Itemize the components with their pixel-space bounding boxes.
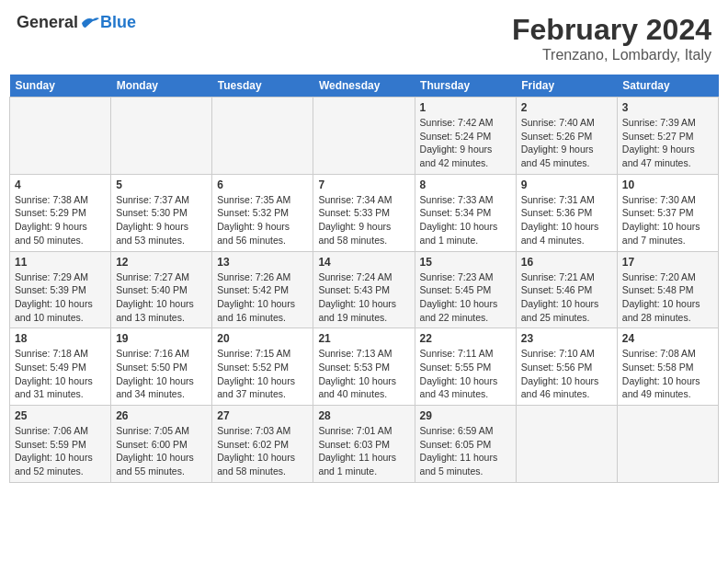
logo-blue-text: Blue: [100, 13, 136, 32]
calendar-cell: 21Sunrise: 7:13 AMSunset: 5:53 PMDayligh…: [313, 328, 415, 406]
day-number: 19: [116, 332, 207, 345]
day-info: Sunrise: 7:13 AMSunset: 5:53 PMDaylight:…: [318, 347, 409, 401]
day-info: Sunrise: 7:15 AMSunset: 5:52 PMDaylight:…: [217, 347, 308, 401]
day-number: 7: [318, 178, 409, 191]
day-number: 10: [622, 178, 713, 191]
week-row-2: 4Sunrise: 7:38 AMSunset: 5:29 PMDaylight…: [10, 174, 719, 251]
day-info: Sunrise: 7:10 AMSunset: 5:56 PMDaylight:…: [521, 347, 612, 401]
calendar-cell: 28Sunrise: 7:01 AMSunset: 6:03 PMDayligh…: [313, 406, 415, 483]
month-title: February 2024: [512, 13, 711, 47]
weekday-header-sunday: Sunday: [10, 75, 111, 98]
logo: General Blue: [17, 13, 136, 32]
day-number: 15: [420, 256, 511, 269]
day-info: Sunrise: 7:26 AMSunset: 5:42 PMDaylight:…: [217, 270, 308, 325]
calendar-cell: 12Sunrise: 7:27 AMSunset: 5:40 PMDayligh…: [111, 251, 212, 328]
day-info: Sunrise: 7:03 AMSunset: 6:02 PMDaylight:…: [217, 424, 308, 478]
calendar-cell: 26Sunrise: 7:05 AMSunset: 6:00 PMDayligh…: [111, 406, 212, 483]
day-number: 21: [318, 332, 409, 345]
calendar-cell: 18Sunrise: 7:18 AMSunset: 5:49 PMDayligh…: [10, 328, 111, 406]
day-info: Sunrise: 7:29 AMSunset: 5:39 PMDaylight:…: [15, 270, 106, 325]
day-number: 14: [318, 256, 409, 269]
day-number: 24: [622, 332, 713, 345]
week-row-4: 18Sunrise: 7:18 AMSunset: 5:49 PMDayligh…: [10, 328, 719, 406]
calendar-table: SundayMondayTuesdayWednesdayThursdayFrid…: [9, 75, 719, 483]
calendar-cell: 13Sunrise: 7:26 AMSunset: 5:42 PMDayligh…: [212, 251, 313, 328]
day-info: Sunrise: 7:42 AMSunset: 5:24 PMDaylight:…: [420, 116, 511, 170]
calendar-cell: [212, 98, 313, 175]
day-info: Sunrise: 7:39 AMSunset: 5:27 PMDaylight:…: [622, 116, 713, 170]
day-number: 8: [420, 178, 511, 191]
calendar-cell: 2Sunrise: 7:40 AMSunset: 5:26 PMDaylight…: [516, 98, 617, 175]
day-number: 22: [420, 332, 511, 345]
day-info: Sunrise: 7:20 AMSunset: 5:48 PMDaylight:…: [622, 270, 713, 325]
day-info: Sunrise: 7:31 AMSunset: 5:36 PMDaylight:…: [521, 193, 612, 247]
weekday-header-monday: Monday: [111, 75, 212, 98]
calendar-cell: 16Sunrise: 7:21 AMSunset: 5:46 PMDayligh…: [516, 251, 617, 328]
weekday-header-friday: Friday: [516, 75, 617, 98]
title-area: February 2024 Trenzano, Lombardy, Italy: [512, 13, 711, 63]
day-info: Sunrise: 7:33 AMSunset: 5:34 PMDaylight:…: [420, 193, 511, 247]
calendar-cell: [516, 406, 617, 483]
calendar-cell: 17Sunrise: 7:20 AMSunset: 5:48 PMDayligh…: [617, 251, 718, 328]
day-number: 27: [217, 409, 308, 422]
day-number: 28: [318, 409, 409, 422]
weekday-header-thursday: Thursday: [415, 75, 516, 98]
day-number: 25: [15, 409, 106, 422]
day-number: 9: [521, 178, 612, 191]
day-info: Sunrise: 7:21 AMSunset: 5:46 PMDaylight:…: [521, 270, 612, 325]
calendar-cell: 25Sunrise: 7:06 AMSunset: 5:59 PMDayligh…: [10, 406, 111, 483]
day-info: Sunrise: 7:18 AMSunset: 5:49 PMDaylight:…: [15, 347, 106, 401]
calendar-cell: [111, 98, 212, 175]
day-number: 16: [521, 256, 612, 269]
day-number: 2: [521, 101, 612, 114]
calendar-cell: 22Sunrise: 7:11 AMSunset: 5:55 PMDayligh…: [415, 328, 516, 406]
calendar-cell: 20Sunrise: 7:15 AMSunset: 5:52 PMDayligh…: [212, 328, 313, 406]
logo-general-text: General: [17, 13, 78, 32]
day-info: Sunrise: 7:23 AMSunset: 5:45 PMDaylight:…: [420, 270, 511, 325]
day-info: Sunrise: 7:37 AMSunset: 5:30 PMDaylight:…: [116, 193, 207, 247]
day-number: 6: [217, 178, 308, 191]
day-number: 12: [116, 256, 207, 269]
weekday-header-saturday: Saturday: [617, 75, 718, 98]
day-number: 5: [116, 178, 207, 191]
day-info: Sunrise: 7:38 AMSunset: 5:29 PMDaylight:…: [15, 193, 106, 247]
day-info: Sunrise: 7:08 AMSunset: 5:58 PMDaylight:…: [622, 347, 713, 401]
day-info: Sunrise: 7:35 AMSunset: 5:32 PMDaylight:…: [217, 193, 308, 247]
calendar-cell: 14Sunrise: 7:24 AMSunset: 5:43 PMDayligh…: [313, 251, 415, 328]
calendar-cell: 7Sunrise: 7:34 AMSunset: 5:33 PMDaylight…: [313, 174, 415, 251]
day-number: 13: [217, 256, 308, 269]
calendar-cell: [617, 406, 718, 483]
location-title: Trenzano, Lombardy, Italy: [512, 47, 711, 63]
calendar-cell: 4Sunrise: 7:38 AMSunset: 5:29 PMDaylight…: [10, 174, 111, 251]
calendar-cell: 29Sunrise: 6:59 AMSunset: 6:05 PMDayligh…: [415, 406, 516, 483]
calendar-cell: [313, 98, 415, 175]
calendar-cell: 24Sunrise: 7:08 AMSunset: 5:58 PMDayligh…: [617, 328, 718, 406]
day-number: 18: [15, 332, 106, 345]
day-info: Sunrise: 7:11 AMSunset: 5:55 PMDaylight:…: [420, 347, 511, 401]
weekday-header-wednesday: Wednesday: [313, 75, 415, 98]
day-number: 11: [15, 256, 106, 269]
day-number: 3: [622, 101, 713, 114]
day-info: Sunrise: 7:27 AMSunset: 5:40 PMDaylight:…: [116, 270, 207, 325]
week-row-1: 1Sunrise: 7:42 AMSunset: 5:24 PMDaylight…: [10, 98, 719, 175]
day-info: Sunrise: 7:05 AMSunset: 6:00 PMDaylight:…: [116, 424, 207, 478]
calendar-cell: 6Sunrise: 7:35 AMSunset: 5:32 PMDaylight…: [212, 174, 313, 251]
calendar-cell: 5Sunrise: 7:37 AMSunset: 5:30 PMDaylight…: [111, 174, 212, 251]
day-info: Sunrise: 7:30 AMSunset: 5:37 PMDaylight:…: [622, 193, 713, 247]
day-info: Sunrise: 7:34 AMSunset: 5:33 PMDaylight:…: [318, 193, 409, 247]
logo-bird-icon: [80, 15, 100, 31]
calendar-cell: 9Sunrise: 7:31 AMSunset: 5:36 PMDaylight…: [516, 174, 617, 251]
day-info: Sunrise: 6:59 AMSunset: 6:05 PMDaylight:…: [420, 424, 511, 478]
week-row-3: 11Sunrise: 7:29 AMSunset: 5:39 PMDayligh…: [10, 251, 719, 328]
day-number: 29: [420, 409, 511, 422]
day-number: 17: [622, 256, 713, 269]
day-number: 23: [521, 332, 612, 345]
calendar-cell: 8Sunrise: 7:33 AMSunset: 5:34 PMDaylight…: [415, 174, 516, 251]
calendar-cell: 3Sunrise: 7:39 AMSunset: 5:27 PMDaylight…: [617, 98, 718, 175]
day-number: 1: [420, 101, 511, 114]
day-number: 20: [217, 332, 308, 345]
weekday-header-tuesday: Tuesday: [212, 75, 313, 98]
calendar-cell: 15Sunrise: 7:23 AMSunset: 5:45 PMDayligh…: [415, 251, 516, 328]
header: General Blue February 2024 Trenzano, Lom…: [9, 9, 719, 67]
calendar-cell: 27Sunrise: 7:03 AMSunset: 6:02 PMDayligh…: [212, 406, 313, 483]
